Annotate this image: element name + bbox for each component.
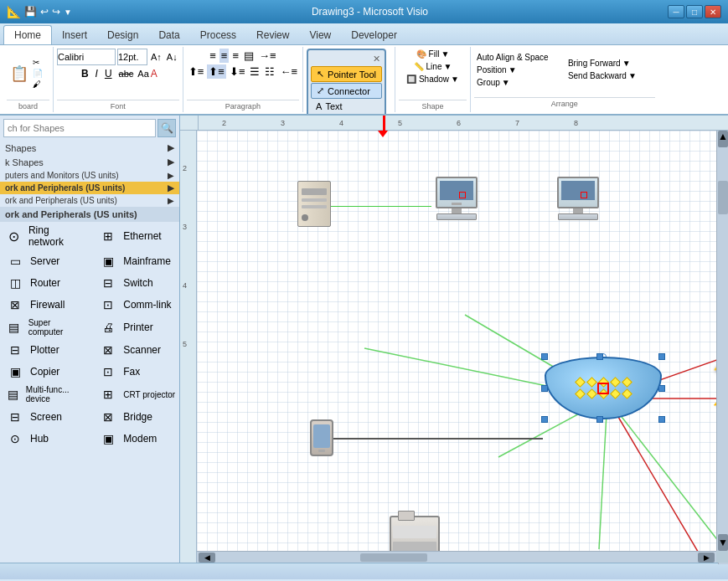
- search-input[interactable]: [3, 119, 156, 137]
- shape-item-bridge[interactable]: ⊠ Bridge: [93, 406, 179, 428]
- shape-item-screen[interactable]: ⊟ Screen: [0, 406, 86, 428]
- align-center-button[interactable]: ≡: [219, 49, 230, 63]
- tab-insert[interactable]: Insert: [52, 26, 97, 44]
- sel-tl[interactable]: [541, 353, 548, 360]
- paste-button[interactable]: 📋 ✂ 📄 🖌: [7, 55, 49, 91]
- shape-item-ring-network[interactable]: ⊙ Ring network: [0, 222, 86, 250]
- sidebar-section-shapes[interactable]: Shapes ▶: [0, 141, 179, 155]
- drawing-canvas[interactable]: ⚡ ⚡ ◀◀: [197, 131, 728, 563]
- quick-access-save[interactable]: 💾: [24, 6, 37, 18]
- sidebar-section-k-shapes[interactable]: k Shapes ▶: [0, 155, 179, 169]
- sel-bl[interactable]: [541, 416, 548, 423]
- line-dropdown[interactable]: ▼: [443, 62, 452, 71]
- vertical-scrollbar[interactable]: ▲ ▼: [716, 131, 728, 551]
- sel-ml[interactable]: [541, 385, 548, 392]
- shape-item-scanner[interactable]: ⊠ Scanner: [93, 339, 179, 361]
- align-middle-button[interactable]: ⬆≡: [207, 64, 226, 79]
- align-top-button[interactable]: ⬆≡: [187, 64, 206, 79]
- sel-mr[interactable]: [658, 385, 665, 392]
- align-right-button[interactable]: ≡: [230, 49, 240, 63]
- h-scrollbar-thumb[interactable]: [360, 553, 427, 562]
- strikethrough-button[interactable]: abc: [116, 68, 137, 80]
- align-bottom-button[interactable]: ⬇≡: [228, 64, 247, 79]
- bring-forward-dropdown[interactable]: ▼: [622, 59, 631, 68]
- sel-bm[interactable]: [596, 416, 603, 423]
- shape-item-modem[interactable]: ▣ Modem: [93, 428, 179, 450]
- bullets-button[interactable]: ☰: [248, 64, 261, 79]
- bold-button[interactable]: B: [79, 67, 91, 80]
- bring-forward-button[interactable]: Bring Forward ▼: [565, 58, 655, 69]
- tools-close-button[interactable]: ✕: [373, 54, 380, 64]
- quick-access-redo[interactable]: ↪: [52, 6, 60, 18]
- copy-button[interactable]: 📄: [30, 68, 45, 79]
- shape-mobile-device[interactable]: [310, 419, 333, 456]
- tab-process[interactable]: Process: [190, 26, 246, 44]
- font-family-input[interactable]: [57, 49, 116, 65]
- shape-item-comm-link[interactable]: ⊡ Comm-link: [93, 294, 179, 316]
- v-scrollbar-up[interactable]: ▲: [718, 131, 728, 147]
- h-scrollbar-left[interactable]: ◀: [199, 553, 215, 563]
- shape-item-printer[interactable]: 🖨 Printer: [93, 316, 179, 339]
- shape-item-mainframe[interactable]: ▣ Mainframe: [93, 250, 179, 272]
- position-button[interactable]: Position ▼: [474, 64, 564, 75]
- sidebar-section-network[interactable]: ork and Peripherals (US units) ▶: [0, 194, 179, 207]
- shape-item-router[interactable]: ◫ Router: [0, 272, 86, 294]
- close-button[interactable]: ✕: [705, 5, 721, 18]
- quick-access-undo[interactable]: ↩: [40, 6, 49, 18]
- sel-tm[interactable]: [596, 353, 603, 360]
- font-size-aa-button[interactable]: Aa: [137, 69, 148, 79]
- justify-button[interactable]: ▤: [242, 49, 256, 63]
- v-scrollbar-down[interactable]: ▼: [718, 534, 728, 551]
- h-scrollbar-right[interactable]: ▶: [698, 553, 715, 563]
- align-left-button[interactable]: ≡: [208, 49, 218, 63]
- shadow-button[interactable]: 🔲 Shadow ▼: [404, 74, 462, 85]
- text-tool-button[interactable]: A Text: [311, 100, 382, 113]
- group-button[interactable]: Group ▼: [474, 77, 564, 88]
- shape-hub-selected[interactable]: [545, 357, 662, 419]
- line-button[interactable]: 📏 Line ▼: [411, 61, 455, 72]
- fill-button[interactable]: 🎨 Fill ▼: [414, 49, 452, 59]
- shadow-dropdown[interactable]: ▼: [451, 75, 459, 84]
- pointer-tool-button[interactable]: ↖ Pointer Tool: [311, 66, 382, 82]
- quick-access-dropdown[interactable]: ▼: [64, 8, 72, 17]
- font-size-input[interactable]: [117, 49, 147, 65]
- shape-item-ethernet[interactable]: ⊞ Ethernet: [93, 222, 179, 250]
- shape-tower-pc[interactable]: [297, 181, 331, 227]
- format-painter-button[interactable]: 🖌: [30, 79, 45, 90]
- shape-item-switch[interactable]: ⊟ Switch: [93, 272, 179, 294]
- increase-indent-button[interactable]: →≡: [257, 49, 278, 63]
- fill-dropdown[interactable]: ▼: [441, 49, 449, 59]
- tab-developer[interactable]: Developer: [341, 26, 407, 44]
- search-button[interactable]: 🔍: [157, 119, 176, 137]
- tab-view[interactable]: View: [299, 26, 341, 44]
- tab-home[interactable]: Home: [3, 25, 52, 44]
- send-backward-dropdown[interactable]: ▼: [628, 71, 637, 80]
- cut-button[interactable]: ✂: [30, 57, 45, 68]
- numbering-button[interactable]: ☷: [263, 64, 276, 79]
- shape-item-multi-func[interactable]: ▤ Multi-func... device: [0, 383, 86, 406]
- underline-button[interactable]: U: [102, 67, 115, 80]
- shape-item-firewall[interactable]: ⊠ Firewall: [0, 294, 86, 316]
- font-grow-button[interactable]: A↑: [149, 51, 163, 63]
- shape-pc-monitor[interactable]: [436, 177, 478, 220]
- tab-review[interactable]: Review: [246, 26, 299, 44]
- shape-item-hub[interactable]: ⊙ Hub: [0, 428, 86, 450]
- shape-item-plotter[interactable]: ⊟ Plotter: [0, 339, 86, 361]
- v-scrollbar-thumb[interactable]: [718, 181, 728, 214]
- sidebar-section-network-active[interactable]: ork and Peripherals (US units) ▶: [0, 182, 179, 194]
- font-shrink-button[interactable]: A↓: [165, 51, 179, 63]
- connector-tool-button[interactable]: ⤢ Connector: [311, 83, 382, 99]
- tab-data[interactable]: Data: [148, 26, 189, 44]
- shape-item-fax[interactable]: ⊡ Fax: [93, 361, 179, 383]
- group-dropdown[interactable]: ▼: [502, 78, 510, 87]
- horizontal-scrollbar[interactable]: ◀ ▶: [197, 551, 716, 563]
- position-dropdown[interactable]: ▼: [509, 65, 517, 75]
- shape-item-super-computer[interactable]: ▤ Super computer: [0, 316, 86, 339]
- auto-align-space-button[interactable]: Auto Align & Space: [474, 52, 564, 63]
- shape-item-crt-projector[interactable]: ⊞ CRT projector: [93, 383, 179, 406]
- italic-button[interactable]: I: [93, 67, 101, 80]
- tab-design[interactable]: Design: [97, 26, 148, 44]
- shape-pc-monitor-2[interactable]: [557, 177, 599, 220]
- send-backward-button[interactable]: Send Backward ▼: [565, 70, 655, 81]
- maximize-button[interactable]: □: [686, 5, 703, 18]
